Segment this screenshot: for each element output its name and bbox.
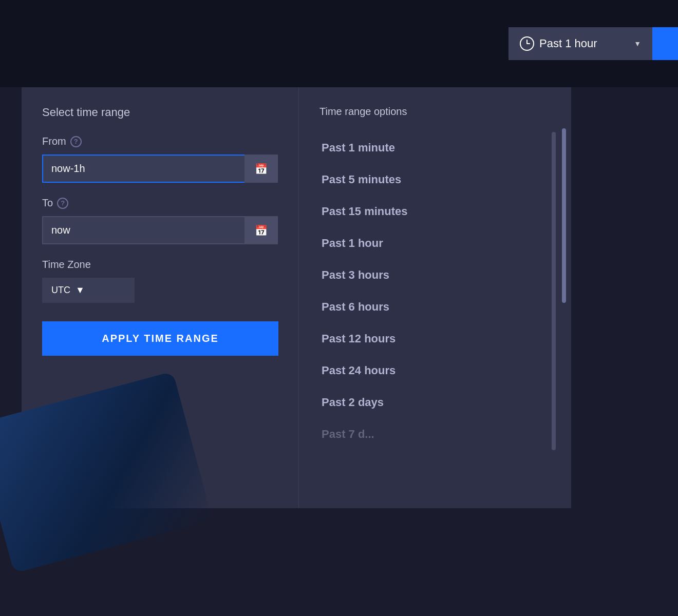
time-range-label: Past 1 hour (539, 37, 597, 50)
blue-accent-strip (652, 27, 678, 60)
chevron-down-icon: ▼ (634, 40, 641, 48)
timezone-select[interactable]: UTC ▼ (42, 278, 135, 303)
from-calendar-button[interactable]: 📅 (244, 155, 278, 183)
from-help-icon[interactable]: ? (70, 136, 82, 147)
timezone-value: UTC (51, 285, 70, 296)
to-calendar-button[interactable]: 📅 (244, 216, 278, 244)
option-past-15-minutes[interactable]: Past 15 minutes (319, 196, 551, 227)
calendar-icon: 📅 (255, 163, 268, 175)
option-past-5-minutes[interactable]: Past 5 minutes (319, 164, 551, 196)
timezone-label: Time Zone (42, 259, 278, 271)
background-decoration (0, 371, 213, 573)
option-past-12-hours[interactable]: Past 12 hours (319, 323, 551, 355)
right-pane: Time range options Past 1 minute Past 5 … (299, 87, 571, 508)
clock-icon (520, 36, 534, 51)
to-input[interactable] (42, 216, 244, 244)
to-help-icon[interactable]: ? (57, 198, 68, 209)
top-bar: Past 1 hour ▼ (0, 0, 678, 87)
section-title: Select time range (42, 106, 278, 119)
option-past-1-minute[interactable]: Past 1 minute (319, 132, 551, 164)
from-input[interactable] (42, 155, 244, 183)
options-title: Time range options (319, 106, 551, 118)
timezone-chevron-icon: ▼ (76, 285, 85, 296)
option-past-1-hour[interactable]: Past 1 hour (319, 227, 551, 259)
apply-time-range-button[interactable]: APPLY TIME RANGE (42, 321, 278, 356)
left-pane: Select time range From ? 📅 To ? 📅 (22, 87, 299, 508)
option-past-7-days[interactable]: Past 7 d... (319, 418, 551, 450)
time-range-button[interactable]: Past 1 hour ▼ (509, 27, 652, 60)
from-label: From ? (42, 136, 278, 147)
to-input-row: 📅 (42, 216, 278, 244)
calendar-icon-to: 📅 (255, 224, 268, 237)
scrollbar[interactable] (562, 128, 566, 303)
option-past-2-days[interactable]: Past 2 days (319, 387, 551, 418)
from-input-row: 📅 (42, 155, 278, 183)
option-past-3-hours[interactable]: Past 3 hours (319, 259, 551, 291)
time-range-options-list: Past 1 minute Past 5 minutes Past 15 min… (319, 132, 551, 450)
time-range-dropdown: Select time range From ? 📅 To ? 📅 (22, 87, 571, 508)
option-past-24-hours[interactable]: Past 24 hours (319, 355, 551, 387)
to-label: To ? (42, 197, 278, 209)
option-past-6-hours[interactable]: Past 6 hours (319, 291, 551, 323)
